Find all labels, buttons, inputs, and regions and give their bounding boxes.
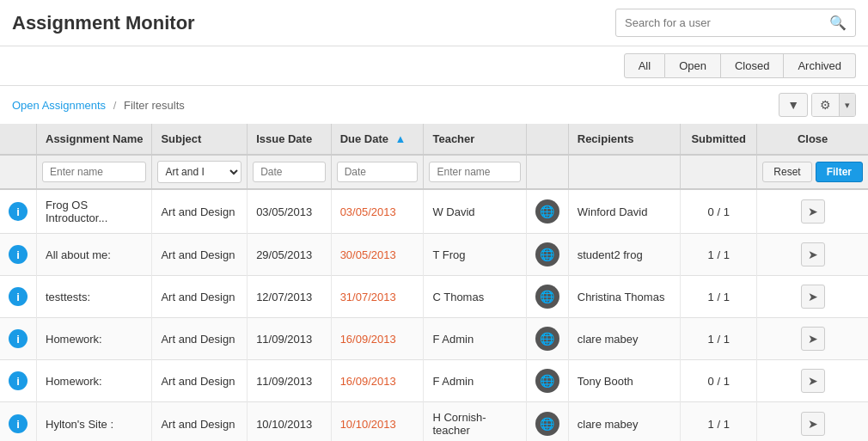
filter-icon-btn[interactable]: ▼ xyxy=(779,93,808,117)
row-recipients: clare mabey xyxy=(568,402,680,442)
globe-icon[interactable]: 🌐 xyxy=(535,412,559,436)
row-submitted: 0 / 1 xyxy=(681,360,757,402)
row-submitted: 1 / 1 xyxy=(681,318,757,360)
tab-bar: All Open Closed Archived xyxy=(0,46,868,86)
search-input[interactable] xyxy=(616,11,821,34)
filter-button[interactable]: Filter xyxy=(816,162,863,182)
globe-icon[interactable]: 🌐 xyxy=(535,242,559,266)
tab-open[interactable]: Open xyxy=(665,53,721,78)
row-globe-cell: 🌐 xyxy=(526,276,568,318)
tab-all[interactable]: All xyxy=(624,53,665,78)
tab-closed[interactable]: Closed xyxy=(721,53,784,78)
row-assignment-name: Frog OS Introductor... xyxy=(37,189,152,234)
col-header-subject[interactable]: Subject xyxy=(152,124,248,155)
table-wrap: Assignment Name Subject Issue Date Due D… xyxy=(0,124,868,441)
settings-main-btn[interactable]: ⚙ xyxy=(812,94,839,116)
row-recipients: Christina Thomas xyxy=(568,276,680,318)
row-due-date: 16/09/2013 xyxy=(331,360,424,402)
row-submitted: 1 / 1 xyxy=(681,234,757,276)
row-issue-date: 29/05/2013 xyxy=(248,234,332,276)
filter-subject-select[interactable]: Art and I xyxy=(157,161,241,183)
row-teacher: F Admin xyxy=(424,360,526,402)
col-header-globe xyxy=(526,124,568,155)
filter-name-input[interactable] xyxy=(42,162,146,182)
row-issue-date: 11/09/2013 xyxy=(248,318,332,360)
info-icon[interactable]: i xyxy=(9,202,28,221)
row-close-cell: ➤ xyxy=(757,318,868,360)
row-globe-cell: 🌐 xyxy=(526,360,568,402)
row-close-cell: ➤ xyxy=(757,189,868,234)
reset-button[interactable]: Reset xyxy=(762,162,811,182)
table-row: i Homework: Art and Design 11/09/2013 16… xyxy=(0,360,868,402)
row-assignment-name: Hylton's Site : xyxy=(37,402,152,442)
filter-cell-name xyxy=(37,155,152,189)
col-header-due-date[interactable]: Due Date ▲ xyxy=(331,124,424,155)
row-assignment-name: All about me: xyxy=(37,234,152,276)
search-button[interactable]: 🔍 xyxy=(821,9,855,36)
export-icon[interactable]: ➤ xyxy=(801,327,825,351)
export-icon[interactable]: ➤ xyxy=(801,199,825,224)
filter-cell-info xyxy=(0,155,37,189)
tab-archived[interactable]: Archived xyxy=(784,53,856,78)
settings-arrow-btn[interactable]: ▾ xyxy=(839,94,855,116)
row-subject: Art and Design xyxy=(152,276,248,318)
action-icons: ▼ ⚙ ▾ xyxy=(779,93,856,117)
row-close-cell: ➤ xyxy=(757,360,868,402)
search-box: 🔍 xyxy=(615,9,856,37)
globe-icon[interactable]: 🌐 xyxy=(535,285,559,309)
filter-due-input[interactable] xyxy=(337,162,419,182)
row-globe-cell: 🌐 xyxy=(526,234,568,276)
globe-icon[interactable]: 🌐 xyxy=(535,199,559,224)
info-icon[interactable]: i xyxy=(9,245,28,264)
globe-icon[interactable]: 🌐 xyxy=(535,369,559,393)
row-issue-date: 03/05/2013 xyxy=(248,189,332,234)
col-header-submitted[interactable]: Submitted xyxy=(681,124,757,155)
row-issue-date: 11/09/2013 xyxy=(248,360,332,402)
filter-cell-close: Reset Filter xyxy=(757,155,868,189)
info-icon[interactable]: i xyxy=(9,287,28,306)
row-assignment-name: Homework: xyxy=(37,360,152,402)
breadcrumb-separator: / xyxy=(113,99,117,112)
info-icon[interactable]: i xyxy=(9,414,28,433)
globe-icon[interactable]: 🌐 xyxy=(535,327,559,351)
filter-cell-globe xyxy=(526,155,568,189)
breadcrumb-current: Filter results xyxy=(124,99,185,112)
col-header-recipients[interactable]: Recipients xyxy=(568,124,680,155)
info-icon[interactable]: i xyxy=(9,329,28,348)
filter-issue-input[interactable] xyxy=(253,162,326,182)
row-subject: Art and Design xyxy=(152,189,248,234)
col-header-close[interactable]: Close xyxy=(757,124,868,155)
filter-cell-issue xyxy=(248,155,332,189)
row-issue-date: 10/10/2013 xyxy=(248,402,332,442)
col-header-issue-date[interactable]: Issue Date xyxy=(248,124,332,155)
filter-teacher-input[interactable] xyxy=(429,162,520,182)
settings-split-btn: ⚙ ▾ xyxy=(811,93,856,117)
export-icon[interactable]: ➤ xyxy=(801,242,825,266)
export-icon[interactable]: ➤ xyxy=(801,285,825,309)
export-icon[interactable]: ➤ xyxy=(801,412,825,436)
filter-cell-submitted xyxy=(681,155,757,189)
table-row: i testtests: Art and Design 12/07/2013 3… xyxy=(0,276,868,318)
row-close-cell: ➤ xyxy=(757,276,868,318)
col-header-teacher[interactable]: Teacher xyxy=(424,124,526,155)
breadcrumb: Open Assignments / Filter results xyxy=(12,99,185,112)
row-teacher: F Admin xyxy=(424,318,526,360)
filter-cell-teacher xyxy=(424,155,526,189)
page-title: Assignment Monitor xyxy=(12,12,195,34)
table-row: i Homework: Art and Design 11/09/2013 16… xyxy=(0,318,868,360)
filter-buttons: Reset Filter xyxy=(762,162,863,182)
info-icon[interactable]: i xyxy=(9,371,28,390)
row-subject: Art and Design xyxy=(152,360,248,402)
export-icon[interactable]: ➤ xyxy=(801,369,825,393)
row-recipients: clare mabey xyxy=(568,318,680,360)
row-due-date: 03/05/2013 xyxy=(331,189,424,234)
sort-arrow-due: ▲ xyxy=(395,132,406,145)
col-header-assignment-name[interactable]: Assignment Name xyxy=(37,124,152,155)
filter-row: Art and I Reset Filter xyxy=(0,155,868,189)
table-row: i All about me: Art and Design 29/05/201… xyxy=(0,234,868,276)
row-close-cell: ➤ xyxy=(757,402,868,442)
table-row: i Hylton's Site : Art and Design 10/10/2… xyxy=(0,402,868,442)
header: Assignment Monitor 🔍 xyxy=(0,0,868,46)
breadcrumb-link[interactable]: Open Assignments xyxy=(12,99,106,112)
col-header-info xyxy=(0,124,37,155)
